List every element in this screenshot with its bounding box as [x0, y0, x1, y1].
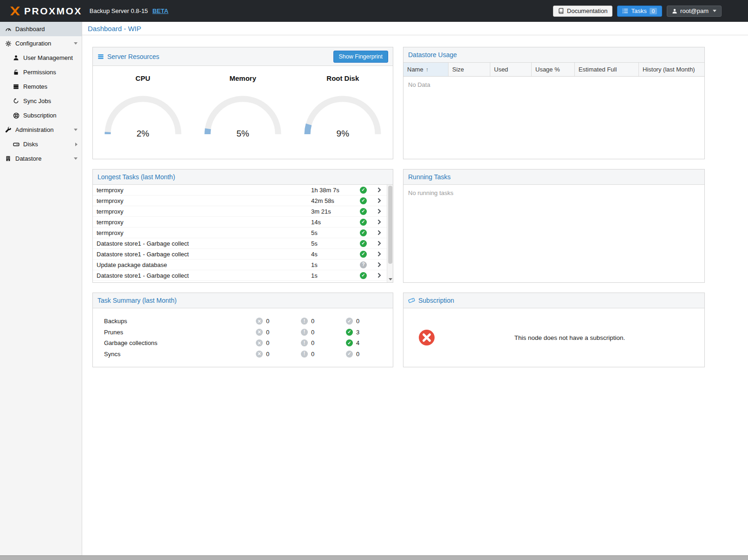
- sidebar-item-sync-jobs[interactable]: Sync Jobs: [0, 94, 82, 108]
- tasks-count-badge: 0: [650, 8, 657, 14]
- server-resources-header: Server Resources Show Fingerprint: [93, 47, 393, 66]
- subscription-body: This node does not have a subscription.: [403, 308, 704, 367]
- warning-icon: [301, 351, 308, 358]
- dashboard-content: Server Resources Show Fingerprint CPU: [82, 35, 748, 367]
- column-header-size[interactable]: Size: [449, 63, 490, 76]
- chevron-right-icon[interactable]: [372, 262, 387, 267]
- sidebar-item-permissions[interactable]: Permissions: [0, 65, 82, 79]
- column-header-usage-pct[interactable]: Usage %: [532, 63, 575, 76]
- sort-asc-icon: ↑: [426, 66, 429, 73]
- panel-server-resources: Server Resources Show Fingerprint CPU: [92, 47, 393, 159]
- sidebar-item-remotes[interactable]: Remotes: [0, 79, 82, 94]
- brand-text: PROXMOX: [24, 6, 82, 17]
- task-row[interactable]: Datastore store1 - Garbage collect 5s: [93, 238, 387, 249]
- wrench-icon: [5, 127, 12, 133]
- task-name: termproxy: [97, 219, 311, 226]
- sidebar-item-configuration[interactable]: Configuration: [0, 36, 82, 51]
- task-row[interactable]: termproxy 3m 21s: [93, 206, 387, 217]
- gauge-root-disk: Root Disk 9%: [298, 74, 388, 137]
- scrollbar-down-arrow[interactable]: [389, 278, 392, 280]
- list-icon: [622, 8, 628, 14]
- sync-icon: [13, 98, 20, 104]
- summary-row-garbage-collections: Garbage collections 0 0 4: [104, 338, 393, 349]
- sidebar-item-user-management[interactable]: User Management: [0, 51, 82, 65]
- main-area: Dashboard - WIP Server Resources Show Fi…: [82, 22, 748, 555]
- longest-tasks-header: Longest Tasks (last Month): [93, 169, 393, 185]
- task-name: Datastore store1 - Garbage collect: [97, 251, 311, 258]
- task-duration: 5s: [311, 240, 360, 247]
- task-row[interactable]: Datastore store1 - Garbage collect 1s: [93, 270, 387, 281]
- caret-down-icon: [74, 157, 78, 160]
- task-status-icon: [360, 240, 372, 247]
- task-duration: 42m 58s: [311, 197, 360, 204]
- user-menu-button[interactable]: root@pam: [667, 6, 722, 17]
- column-header-history[interactable]: History (last Month): [639, 63, 704, 76]
- task-row[interactable]: termproxy 1h 38m 7s: [93, 185, 387, 195]
- task-status-icon: [360, 219, 372, 226]
- task-status-icon: [360, 197, 372, 204]
- beta-link[interactable]: BETA: [152, 7, 168, 14]
- summary-row-prunes: Prunes 0 0 3: [104, 327, 393, 338]
- error-count: 0: [266, 318, 269, 325]
- layout: Dashboard Configuration User Management: [0, 22, 748, 555]
- task-row[interactable]: Datastore store1 - Garbage collect 4s: [93, 249, 387, 260]
- server-resources-title: Server Resources: [107, 53, 159, 60]
- summary-warnings: 0: [301, 318, 346, 325]
- caret-right-icon: [75, 143, 78, 146]
- task-duration: 3m 21s: [311, 208, 360, 215]
- warning-count: 0: [311, 329, 314, 336]
- task-row[interactable]: Update package database 1s: [93, 260, 387, 270]
- caret-down-icon: [74, 42, 78, 45]
- ok-icon: [346, 329, 353, 336]
- task-status-icon: [360, 251, 372, 258]
- task-row[interactable]: termproxy 14s: [93, 217, 387, 228]
- gauge-memory: Memory 5%: [197, 74, 288, 137]
- chevron-right-icon[interactable]: [372, 251, 387, 257]
- documentation-button[interactable]: Documentation: [553, 6, 612, 17]
- warning-count: 0: [311, 339, 314, 346]
- sidebar-item-datastore[interactable]: Datastore: [0, 151, 82, 166]
- task-name: Datastore store1 - Garbage collect: [97, 240, 311, 247]
- column-header-name[interactable]: Name ↑: [403, 63, 449, 76]
- chevron-right-icon[interactable]: [372, 241, 387, 246]
- sidebar-item-disks[interactable]: Disks: [0, 137, 82, 151]
- task-summary-body: Backups 0 0 0 Prunes 0 0 3: [93, 308, 393, 359]
- summary-ok: 3: [346, 329, 391, 336]
- error-icon: [256, 318, 263, 325]
- summary-warnings: 0: [301, 339, 346, 346]
- sidebar-item-label: Dashboard: [15, 26, 45, 33]
- task-name: Datastore store1 - Garbage collect: [97, 272, 311, 279]
- building-icon: [5, 156, 12, 162]
- chevron-right-icon[interactable]: [372, 208, 387, 214]
- longest-tasks-grid: termproxy 1h 38m 7s termproxy 42m 58s: [93, 185, 393, 282]
- page-title: Dashboard - WIP: [88, 25, 141, 33]
- chevron-right-icon[interactable]: [372, 273, 387, 278]
- task-row[interactable]: termproxy 42m 58s: [93, 195, 387, 206]
- chevron-right-icon[interactable]: [372, 198, 387, 203]
- chevron-right-icon[interactable]: [372, 187, 387, 193]
- summary-row-syncs: Syncs 0 0 0: [104, 349, 393, 360]
- column-header-used[interactable]: Used: [490, 63, 532, 76]
- scrollbar-thumb[interactable]: [388, 186, 392, 264]
- ok-count: 3: [356, 329, 359, 336]
- tasks-button[interactable]: Tasks 0: [617, 6, 662, 17]
- sidebar-item-label: Configuration: [15, 40, 51, 47]
- sidebar-item-administration[interactable]: Administration: [0, 123, 82, 137]
- left-column: Server Resources Show Fingerprint CPU: [92, 47, 393, 367]
- gauge-value: 9%: [301, 129, 384, 139]
- ok-count: 0: [356, 351, 359, 358]
- task-row[interactable]: termproxy 5s: [93, 228, 387, 238]
- task-duration: 1s: [311, 261, 360, 268]
- sidebar-item-dashboard[interactable]: Dashboard: [0, 22, 82, 36]
- subscription-header: Subscription: [403, 293, 704, 308]
- chevron-right-icon[interactable]: [372, 219, 387, 225]
- show-fingerprint-button[interactable]: Show Fingerprint: [333, 51, 389, 63]
- sidebar-item-subscription[interactable]: Subscription: [0, 108, 82, 123]
- scrollbar[interactable]: [387, 185, 393, 282]
- chevron-right-icon[interactable]: [372, 230, 387, 235]
- running-tasks-header: Running Tasks: [403, 169, 704, 185]
- summary-ok: 4: [346, 339, 391, 346]
- datastore-usage-columns: Name ↑ Size Used Usage % Estimated Full …: [403, 63, 704, 77]
- summary-warnings: 0: [301, 329, 346, 336]
- column-header-estimated-full[interactable]: Estimated Full: [575, 63, 639, 76]
